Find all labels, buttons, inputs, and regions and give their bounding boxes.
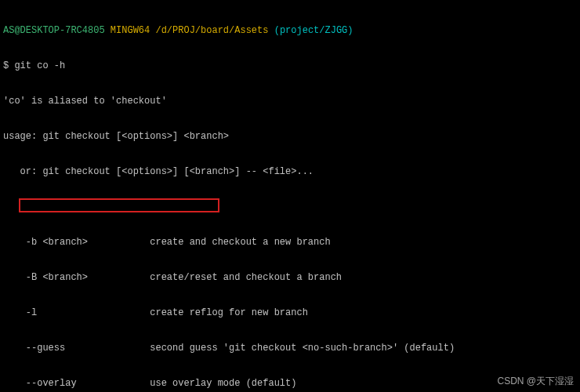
output-opt-guess: --guess second guess 'git checkout <no-s…	[3, 343, 577, 354]
output-opt-b: -b <branch> create and checkout a new br…	[3, 237, 577, 249]
terminal-window[interactable]: AS@DESKTOP-7RC4805 MINGW64 /d/PROJ/board…	[0, 0, 580, 392]
output-usage2: or: git checkout [<options>] [<branch>] …	[3, 166, 577, 178]
prompt-path: /d/PROJ/board/Assets	[155, 25, 268, 36]
prompt-branch: (project/ZJGG)	[274, 25, 353, 36]
typed-command: git co -h	[14, 60, 65, 71]
prompt-symbol: $	[3, 60, 9, 71]
watermark-text: CSDN @天下湿湿	[497, 376, 574, 387]
output-opt-B: -B <branch> create/reset and checkout a …	[3, 272, 577, 284]
prompt-line: AS@DESKTOP-7RC4805 MINGW64 /d/PROJ/board…	[3, 25, 577, 37]
output-alias: 'co' is aliased to 'checkout'	[3, 96, 577, 107]
command-line: $ git co -h	[3, 60, 577, 72]
output-opt-l: -l create reflog for new branch	[3, 307, 577, 319]
output-opt-overlay: --overlay use overlay mode (default)	[3, 378, 577, 390]
prompt-shell: MINGW64	[111, 25, 150, 36]
prompt-user-host: AS@DESKTOP-7RC4805	[3, 25, 105, 36]
output-usage1: usage: git checkout [<options>] <branch>	[3, 131, 577, 143]
output-blank	[3, 201, 577, 213]
